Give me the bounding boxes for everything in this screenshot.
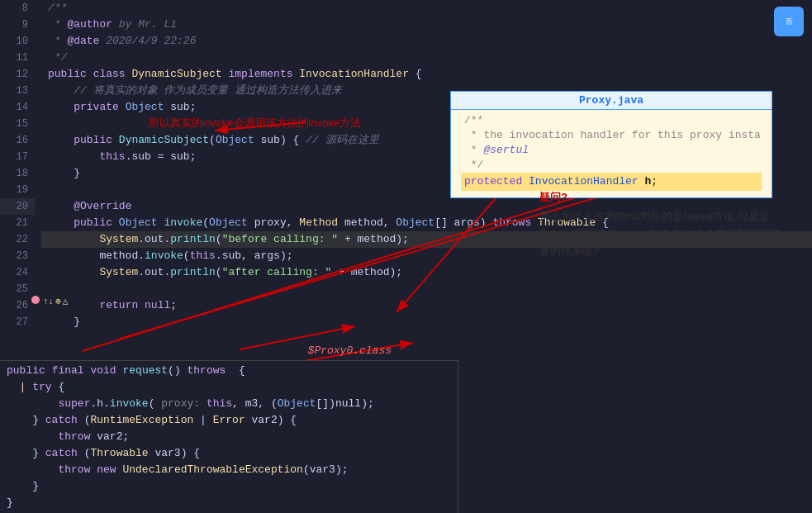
- proxy0-line-7: throw new UndeclaredThrowableException(v…: [0, 462, 458, 478]
- proxy-line-2: * the invocation handler for this proxy …: [461, 128, 762, 143]
- code-line-27: }: [41, 314, 812, 330]
- proxy0-line-8: }: [0, 478, 458, 495]
- proxy-java-popup: Proxy.java /** * the invocation handler …: [450, 91, 772, 198]
- annotation-text: 那么为什么这里的m3对应的是requst方法,但是是Subject接口中的req…: [539, 208, 787, 259]
- proxy-line-4: */: [461, 158, 762, 173]
- code-line-24: System.out.println("after calling: " + m…: [41, 264, 812, 281]
- code-line-25: [41, 281, 812, 297]
- proxy0-line-2: | try {: [0, 379, 458, 396]
- line-num-23: 23: [0, 248, 35, 264]
- line-num-27: 27: [0, 314, 35, 330]
- proxy0-label: $Proxy0.class: [308, 344, 392, 357]
- proxy-popup-title: Proxy.java: [451, 92, 772, 110]
- proxy-line-5: protected InvocationHandler h;: [461, 173, 762, 191]
- line-num-22: 22: [0, 231, 35, 248]
- line-num-12: 12: [0, 66, 35, 83]
- proxy-line-1: /**: [461, 113, 762, 128]
- line-num-14: 14: [0, 99, 35, 116]
- annotation-box: 疑问? 那么为什么这里的m3对应的是requst方法,但是是Subject接口中…: [539, 190, 787, 259]
- proxy0-popup: $Proxy0.class public final void request(…: [0, 360, 458, 513]
- proxy0-body: public final void request() throws { | t…: [0, 361, 458, 513]
- line-num-26: 26: [0, 297, 35, 314]
- line-num-24: 24: [0, 264, 35, 281]
- line-num-10: 10: [0, 33, 35, 50]
- step-icons: ↑↓ ⊕ △: [43, 296, 68, 306]
- line-num-8: 8: [0, 0, 35, 17]
- line-num-16: 16: [0, 132, 35, 149]
- proxy0-line-5: throw var2;: [0, 429, 458, 445]
- code-line-8: /**: [41, 0, 812, 17]
- proxy0-line-4: } catch (RuntimeException | Error var2) …: [0, 412, 458, 429]
- cn-annotation-invoke: 所以真实的invoke会调用该方法的invoke方法: [149, 116, 361, 131]
- baidu-icon[interactable]: 百: [774, 7, 804, 36]
- proxy0-line-9: }: [0, 495, 458, 511]
- breakpoint-marker[interactable]: [31, 296, 40, 304]
- proxy0-popup-inner: $Proxy0.class public final void request(…: [0, 361, 458, 513]
- code-line-10: * @date 2020/4/9 22:26: [41, 33, 812, 50]
- line-num-19: 19: [0, 182, 35, 198]
- line-num-11: 11: [0, 50, 35, 66]
- proxy-popup-body: /** * the invocation handler for this pr…: [451, 110, 772, 197]
- proxy0-line-3: super.h.invoke( proxy: this, m3, (Object…: [0, 396, 458, 412]
- line-num-20: 20: [0, 198, 35, 215]
- proxy0-line-6: } catch (Throwable var3) {: [0, 445, 458, 462]
- annotation-title: 疑问?: [539, 190, 787, 205]
- proxy0-line-1: public final void request() throws {: [0, 363, 458, 379]
- code-line-11: */: [41, 50, 812, 66]
- proxy-line-3: * @sertul: [461, 143, 762, 158]
- line-num-13: 13: [0, 83, 35, 99]
- code-line-26: return null;: [41, 297, 812, 314]
- line-num-18: 18: [0, 165, 35, 182]
- line-num-15: 15: [0, 116, 35, 132]
- line-num-9: 9: [0, 17, 35, 33]
- line-num-21: 21: [0, 215, 35, 231]
- line-num-25: 25: [0, 281, 35, 297]
- code-line-9: * @author by Mr. Li: [41, 17, 812, 33]
- code-line-12: public class DynamicSubject implements I…: [41, 66, 812, 83]
- line-num-17: 17: [0, 149, 35, 165]
- svg-text:百: 百: [786, 17, 793, 26]
